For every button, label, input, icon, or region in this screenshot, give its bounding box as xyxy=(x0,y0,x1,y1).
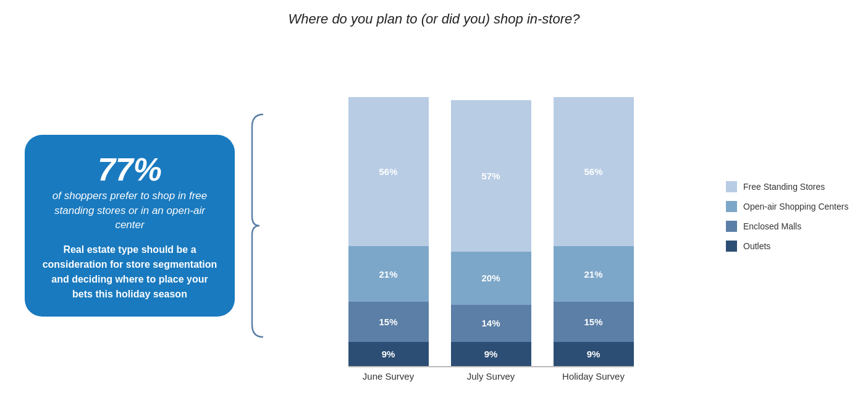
bar-group-1: 9%14%20%57% xyxy=(451,100,531,366)
legend-item-2: Enclosed Malls xyxy=(726,221,849,232)
bar-segment-2-0: 9% xyxy=(554,342,634,366)
legend-label-3: Outlets xyxy=(743,241,770,251)
bar-segment-2-1: 15% xyxy=(554,302,634,342)
bars-container: 9%15%21%56%9%14%20%57%9%15%21%56% xyxy=(348,70,634,367)
info-box: 77% of shoppers prefer to shop in free s… xyxy=(25,135,235,317)
legend-label-2: Enclosed Malls xyxy=(743,221,801,231)
bar-group-2: 9%15%21%56% xyxy=(554,97,634,365)
stacked-bar-0: 9%15%21%56% xyxy=(348,97,429,365)
stacked-bar-2: 9%15%21%56% xyxy=(554,97,634,365)
chart-area: 9%15%21%56%9%14%20%57%9%15%21%56% June S… xyxy=(274,70,707,382)
main-content: 77% of shoppers prefer to shop in free s… xyxy=(0,33,868,418)
legend-item-1: Open-air Shopping Centers xyxy=(726,201,849,212)
bracket xyxy=(246,108,266,343)
legend-swatch-2 xyxy=(726,221,737,232)
stat-description: of shoppers prefer to shop in free stand… xyxy=(42,189,217,232)
bar-segment-1-3: 57% xyxy=(451,100,531,252)
legend-swatch-3 xyxy=(726,241,737,252)
legend: Free Standing StoresOpen-air Shopping Ce… xyxy=(726,181,849,270)
page-title: Where do you plan to (or did you) shop i… xyxy=(288,11,579,27)
bar-segment-0-3: 56% xyxy=(348,97,429,246)
bar-label-1: July Survey xyxy=(451,371,531,382)
legend-item-3: Outlets xyxy=(726,241,849,252)
bar-segment-1-0: 9% xyxy=(451,342,531,366)
bar-segment-2-3: 56% xyxy=(554,97,634,246)
bar-segment-0-0: 9% xyxy=(348,342,429,366)
stacked-bar-1: 9%14%20%57% xyxy=(451,100,531,366)
bar-segment-0-2: 21% xyxy=(348,246,429,302)
bar-group-0: 9%15%21%56% xyxy=(348,97,429,365)
bar-segment-1-1: 14% xyxy=(451,305,531,342)
legend-swatch-0 xyxy=(726,181,737,192)
legend-label-1: Open-air Shopping Centers xyxy=(743,202,848,211)
insight-text: Real estate type should be a considerati… xyxy=(42,242,217,302)
stat-percentage: 77% xyxy=(98,152,162,187)
labels-row: June SurveyJuly SurveyHoliday Survey xyxy=(348,371,634,382)
legend-swatch-1 xyxy=(726,201,737,212)
bar-segment-2-2: 21% xyxy=(554,246,634,302)
bar-segment-0-1: 15% xyxy=(348,302,429,342)
bar-label-2: Holiday Survey xyxy=(554,371,634,382)
bar-segment-1-2: 20% xyxy=(451,252,531,305)
bar-label-0: June Survey xyxy=(348,371,429,382)
legend-item-0: Free Standing Stores xyxy=(726,181,849,192)
legend-label-0: Free Standing Stores xyxy=(743,182,825,192)
